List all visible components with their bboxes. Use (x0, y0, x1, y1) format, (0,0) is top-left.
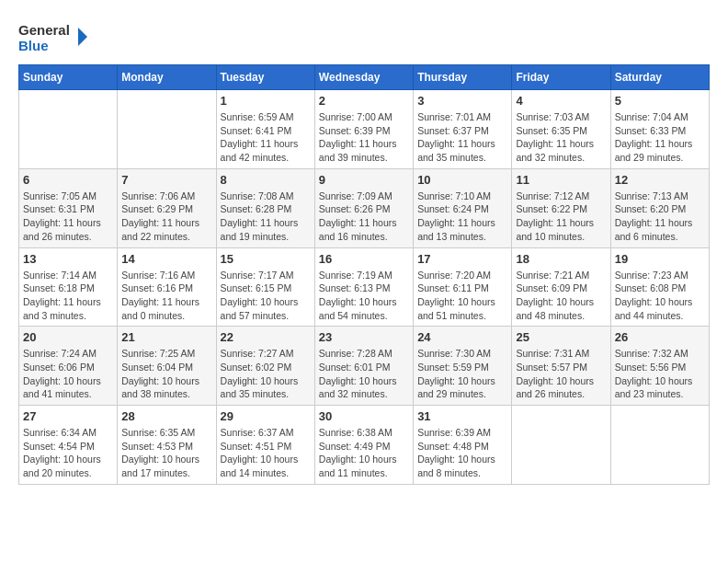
day-header-friday: Friday (512, 65, 610, 90)
day-info: Sunrise: 7:17 AMSunset: 6:15 PMDaylight:… (221, 269, 311, 323)
calendar-cell: 27Sunrise: 6:34 AMSunset: 4:54 PMDayligh… (19, 406, 118, 485)
day-number: 26 (615, 330, 705, 344)
day-number: 23 (319, 330, 409, 344)
calendar-cell: 28Sunrise: 6:35 AMSunset: 4:53 PMDayligh… (118, 406, 216, 485)
calendar-cell: 24Sunrise: 7:30 AMSunset: 5:59 PMDayligh… (414, 327, 512, 406)
day-header-saturday: Saturday (610, 65, 709, 90)
day-info: Sunrise: 7:13 AMSunset: 6:20 PMDaylight:… (615, 190, 705, 244)
day-number: 30 (319, 409, 409, 423)
day-number: 19 (615, 252, 705, 266)
calendar-cell: 10Sunrise: 7:10 AMSunset: 6:24 PMDayligh… (414, 168, 512, 247)
day-header-wednesday: Wednesday (314, 65, 413, 90)
day-number: 12 (615, 173, 705, 187)
calendar-cell: 16Sunrise: 7:19 AMSunset: 6:13 PMDayligh… (314, 247, 413, 327)
calendar-cell: 30Sunrise: 6:38 AMSunset: 4:49 PMDayligh… (314, 406, 413, 485)
logo-svg: GeneralBlue (18, 18, 92, 55)
day-info: Sunrise: 7:08 AMSunset: 6:28 PMDaylight:… (221, 190, 311, 244)
day-number: 6 (23, 173, 113, 187)
day-number: 22 (221, 330, 311, 344)
calendar-cell: 22Sunrise: 7:27 AMSunset: 6:02 PMDayligh… (216, 327, 314, 406)
day-info: Sunrise: 7:05 AMSunset: 6:31 PMDaylight:… (23, 190, 113, 244)
day-number: 13 (23, 252, 113, 266)
day-info: Sunrise: 7:12 AMSunset: 6:22 PMDaylight:… (516, 190, 606, 244)
day-header-sunday: Sunday (19, 65, 118, 90)
day-info: Sunrise: 6:37 AMSunset: 4:51 PMDaylight:… (221, 426, 311, 480)
day-info: Sunrise: 7:19 AMSunset: 6:13 PMDaylight:… (319, 269, 409, 323)
calendar-cell: 17Sunrise: 7:20 AMSunset: 6:11 PMDayligh… (414, 247, 512, 327)
day-info: Sunrise: 7:30 AMSunset: 5:59 PMDaylight:… (417, 347, 507, 401)
day-info: Sunrise: 7:27 AMSunset: 6:02 PMDaylight:… (221, 347, 311, 401)
day-header-monday: Monday (118, 65, 216, 90)
calendar-cell: 29Sunrise: 6:37 AMSunset: 4:51 PMDayligh… (216, 406, 314, 485)
day-info: Sunrise: 7:00 AMSunset: 6:39 PMDaylight:… (319, 110, 409, 165)
day-info: Sunrise: 6:59 AMSunset: 6:41 PMDaylight:… (221, 110, 311, 165)
calendar-cell: 20Sunrise: 7:24 AMSunset: 6:06 PMDayligh… (19, 327, 118, 406)
day-info: Sunrise: 7:20 AMSunset: 6:11 PMDaylight:… (417, 269, 507, 323)
calendar-cell: 12Sunrise: 7:13 AMSunset: 6:20 PMDayligh… (610, 168, 709, 247)
day-number: 29 (221, 409, 311, 423)
day-header-tuesday: Tuesday (216, 65, 314, 90)
calendar-table: SundayMondayTuesdayWednesdayThursdayFrid… (18, 64, 710, 485)
calendar-cell: 4Sunrise: 7:03 AMSunset: 6:35 PMDaylight… (512, 90, 610, 169)
day-info: Sunrise: 7:32 AMSunset: 5:56 PMDaylight:… (615, 347, 705, 401)
calendar-week-row: 27Sunrise: 6:34 AMSunset: 4:54 PMDayligh… (19, 406, 710, 485)
calendar-week-row: 1Sunrise: 6:59 AMSunset: 6:41 PMDaylight… (19, 90, 710, 169)
day-info: Sunrise: 7:28 AMSunset: 6:01 PMDaylight:… (319, 347, 409, 401)
day-number: 27 (23, 409, 113, 423)
day-info: Sunrise: 7:25 AMSunset: 6:04 PMDaylight:… (121, 347, 211, 401)
day-number: 8 (221, 173, 311, 187)
svg-marker-2 (78, 28, 87, 46)
day-info: Sunrise: 7:01 AMSunset: 6:37 PMDaylight:… (417, 110, 507, 165)
day-number: 21 (121, 330, 211, 344)
calendar-cell: 5Sunrise: 7:04 AMSunset: 6:33 PMDaylight… (610, 90, 709, 169)
day-number: 4 (516, 94, 606, 108)
calendar-cell: 19Sunrise: 7:23 AMSunset: 6:08 PMDayligh… (610, 247, 709, 327)
calendar-cell (118, 90, 216, 169)
day-info: Sunrise: 7:10 AMSunset: 6:24 PMDaylight:… (417, 190, 507, 244)
day-number: 20 (23, 330, 113, 344)
day-number: 5 (615, 94, 705, 108)
calendar-cell: 25Sunrise: 7:31 AMSunset: 5:57 PMDayligh… (512, 327, 610, 406)
day-info: Sunrise: 6:38 AMSunset: 4:49 PMDaylight:… (319, 426, 409, 480)
day-info: Sunrise: 7:16 AMSunset: 6:16 PMDaylight:… (121, 269, 211, 323)
day-number: 25 (516, 330, 606, 344)
page-header: GeneralBlue (18, 18, 710, 55)
day-number: 7 (121, 173, 211, 187)
calendar-cell (19, 90, 118, 169)
day-info: Sunrise: 7:23 AMSunset: 6:08 PMDaylight:… (615, 269, 705, 323)
calendar-cell: 15Sunrise: 7:17 AMSunset: 6:15 PMDayligh… (216, 247, 314, 327)
calendar-cell (512, 406, 610, 485)
calendar-cell: 6Sunrise: 7:05 AMSunset: 6:31 PMDaylight… (19, 168, 118, 247)
calendar-cell: 2Sunrise: 7:00 AMSunset: 6:39 PMDaylight… (314, 90, 413, 169)
calendar-cell: 14Sunrise: 7:16 AMSunset: 6:16 PMDayligh… (118, 247, 216, 327)
day-info: Sunrise: 7:24 AMSunset: 6:06 PMDaylight:… (23, 347, 113, 401)
day-info: Sunrise: 6:39 AMSunset: 4:48 PMDaylight:… (417, 426, 507, 480)
calendar-cell: 8Sunrise: 7:08 AMSunset: 6:28 PMDaylight… (216, 168, 314, 247)
calendar-cell: 13Sunrise: 7:14 AMSunset: 6:18 PMDayligh… (19, 247, 118, 327)
calendar-cell: 1Sunrise: 6:59 AMSunset: 6:41 PMDaylight… (216, 90, 314, 169)
svg-text:General: General (18, 22, 70, 38)
day-info: Sunrise: 7:21 AMSunset: 6:09 PMDaylight:… (516, 269, 606, 323)
day-number: 16 (319, 252, 409, 266)
day-info: Sunrise: 6:34 AMSunset: 4:54 PMDaylight:… (23, 426, 113, 480)
day-info: Sunrise: 7:31 AMSunset: 5:57 PMDaylight:… (516, 347, 606, 401)
calendar-cell: 26Sunrise: 7:32 AMSunset: 5:56 PMDayligh… (610, 327, 709, 406)
calendar-cell: 3Sunrise: 7:01 AMSunset: 6:37 PMDaylight… (414, 90, 512, 169)
calendar-cell: 23Sunrise: 7:28 AMSunset: 6:01 PMDayligh… (314, 327, 413, 406)
svg-text:Blue: Blue (18, 38, 49, 53)
day-info: Sunrise: 7:14 AMSunset: 6:18 PMDaylight:… (23, 269, 113, 323)
day-number: 9 (319, 173, 409, 187)
calendar-cell: 18Sunrise: 7:21 AMSunset: 6:09 PMDayligh… (512, 247, 610, 327)
calendar-cell: 9Sunrise: 7:09 AMSunset: 6:26 PMDaylight… (314, 168, 413, 247)
calendar-cell: 7Sunrise: 7:06 AMSunset: 6:29 PMDaylight… (118, 168, 216, 247)
calendar-week-row: 20Sunrise: 7:24 AMSunset: 6:06 PMDayligh… (19, 327, 710, 406)
day-number: 18 (516, 252, 606, 266)
logo: GeneralBlue (18, 18, 92, 55)
day-info: Sunrise: 7:09 AMSunset: 6:26 PMDaylight:… (319, 190, 409, 244)
calendar-cell: 31Sunrise: 6:39 AMSunset: 4:48 PMDayligh… (414, 406, 512, 485)
day-number: 15 (221, 252, 311, 266)
calendar-week-row: 6Sunrise: 7:05 AMSunset: 6:31 PMDaylight… (19, 168, 710, 247)
calendar-cell (610, 406, 709, 485)
day-number: 31 (417, 409, 507, 423)
day-number: 1 (221, 94, 311, 108)
